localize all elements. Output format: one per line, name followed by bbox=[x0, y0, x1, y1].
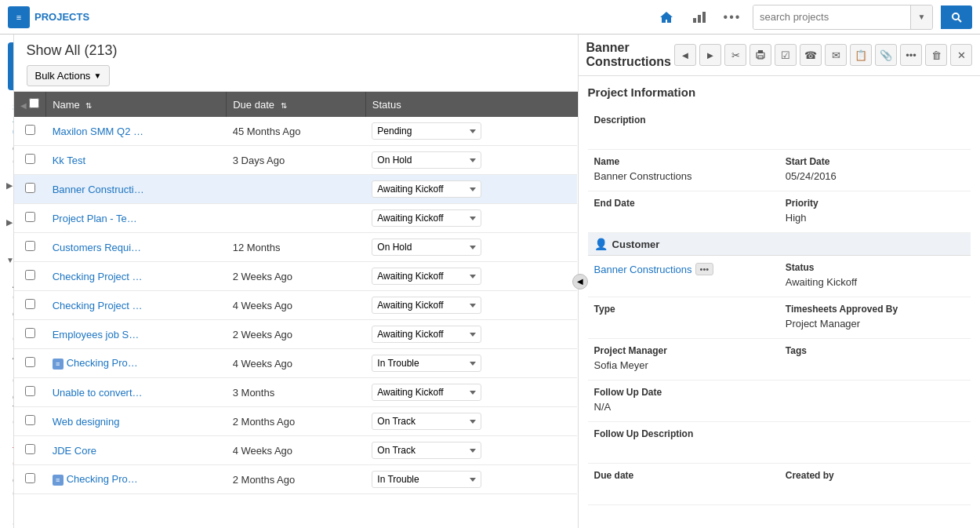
customer-more-button[interactable]: ••• bbox=[695, 263, 714, 275]
row-name[interactable]: Maxilon SMM Q2 … bbox=[46, 117, 227, 146]
search-dropdown-button[interactable]: ▼ bbox=[910, 5, 932, 29]
row-status[interactable]: PendingOn HoldAwaiting KickoffOn TrackIn… bbox=[365, 436, 577, 465]
sidebar-status-behind[interactable]: Behind Schedule (28) bbox=[0, 501, 14, 528]
nav-next-button[interactable]: ► bbox=[699, 44, 721, 66]
row-status-select[interactable]: PendingOn HoldAwaiting KickoffOn TrackIn… bbox=[372, 180, 481, 198]
sidebar-status-onhold[interactable]: On Hold (6) bbox=[0, 305, 14, 347]
end-date-label: End Date bbox=[594, 198, 773, 209]
due-date-column-header[interactable]: Due date ⇅ bbox=[227, 92, 366, 117]
row-status[interactable]: PendingOn HoldAwaiting KickoffOn TrackIn… bbox=[365, 349, 577, 378]
row-name[interactable]: Project Plan - Te… bbox=[46, 204, 227, 233]
sidebar-group-queue[interactable]: ▶ By Queue bbox=[0, 169, 14, 201]
document-button[interactable]: 📋 bbox=[850, 44, 872, 66]
row-name[interactable]: Banner Constructi… bbox=[46, 175, 227, 204]
row-name[interactable]: Checking Project … bbox=[46, 291, 227, 320]
row-checkbox[interactable] bbox=[25, 415, 35, 425]
sidebar-status-awaiting[interactable]: Awaiting Kic… (74) bbox=[0, 347, 14, 388]
start-date-value: 05/24/2016 bbox=[786, 170, 964, 184]
row-due-date bbox=[227, 175, 366, 204]
row-status[interactable]: PendingOn HoldAwaiting KickoffOn TrackIn… bbox=[365, 117, 577, 146]
search-container: ▼ bbox=[753, 5, 933, 30]
row-status[interactable]: PendingOn HoldAwaiting KickoffOn TrackIn… bbox=[365, 407, 577, 436]
check-button[interactable]: ☑ bbox=[775, 44, 797, 66]
collapse-panel-button[interactable]: ◀ bbox=[572, 274, 588, 289]
row-status-select[interactable]: PendingOn HoldAwaiting KickoffOn TrackIn… bbox=[372, 297, 481, 314]
close-button[interactable]: ✕ bbox=[950, 44, 972, 66]
row-status-select[interactable]: PendingOn HoldAwaiting KickoffOn TrackIn… bbox=[372, 384, 481, 401]
row-name[interactable]: Web designing bbox=[46, 407, 227, 436]
row-due-date: 12 Months bbox=[227, 233, 366, 262]
row-status-select[interactable]: PendingOn HoldAwaiting KickoffOn TrackIn… bbox=[372, 122, 481, 140]
row-status[interactable]: PendingOn HoldAwaiting KickoffOn TrackIn… bbox=[365, 175, 577, 204]
row-checkbox[interactable] bbox=[25, 241, 35, 251]
customer-link[interactable]: Banner Constructions bbox=[594, 264, 692, 275]
row-checkbox[interactable] bbox=[25, 328, 35, 338]
row-status-select[interactable]: PendingOn HoldAwaiting KickoffOn TrackIn… bbox=[372, 209, 481, 227]
row-status[interactable]: PendingOn HoldAwaiting KickoffOn TrackIn… bbox=[365, 320, 577, 349]
projects-table-scroll[interactable]: ◀ Name ⇅ Due date ⇅ bbox=[14, 92, 578, 494]
row-name[interactable]: Kk Test bbox=[46, 146, 227, 175]
row-status[interactable]: PendingOn HoldAwaiting KickoffOn TrackIn… bbox=[365, 262, 577, 291]
row-name[interactable]: Customers Requi… bbox=[46, 233, 227, 262]
search-input[interactable] bbox=[753, 5, 910, 29]
row-checkbox[interactable] bbox=[25, 212, 35, 222]
row-checkbox[interactable] bbox=[25, 183, 35, 193]
print-button[interactable] bbox=[750, 44, 771, 66]
row-name[interactable]: Employees job S… bbox=[46, 320, 227, 349]
row-status-select[interactable]: PendingOn HoldAwaiting KickoffOn TrackIn… bbox=[372, 239, 481, 256]
email-button[interactable]: ✉ bbox=[825, 44, 847, 66]
nav-prev-button[interactable]: ◄ bbox=[674, 44, 696, 66]
row-status-select[interactable]: PendingOn HoldAwaiting KickoffOn TrackIn… bbox=[372, 326, 481, 343]
name-column-header[interactable]: Name ⇅ bbox=[46, 92, 227, 117]
attach-button[interactable]: 📎 bbox=[875, 44, 897, 66]
sidebar-status-completed[interactable]: Completed (10) bbox=[0, 472, 14, 501]
row-checkbox[interactable] bbox=[25, 357, 35, 367]
row-status[interactable]: PendingOn HoldAwaiting KickoffOn TrackIn… bbox=[365, 291, 577, 320]
row-checkbox[interactable] bbox=[25, 154, 35, 164]
row-name[interactable]: JDE Core bbox=[46, 436, 227, 465]
row-status[interactable]: PendingOn HoldAwaiting KickoffOn TrackIn… bbox=[365, 233, 577, 262]
sidebar-group-follow-up[interactable]: ▶ To Follow Up bbox=[0, 201, 14, 244]
select-all-checkbox[interactable] bbox=[29, 98, 39, 108]
row-name[interactable]: ≡Checking Pro… bbox=[46, 349, 227, 378]
row-status[interactable]: PendingOn HoldAwaiting KickoffOn TrackIn… bbox=[365, 465, 577, 494]
row-status-select[interactable]: PendingOn HoldAwaiting KickoffOn TrackIn… bbox=[372, 268, 481, 285]
phone-button[interactable]: ☎ bbox=[800, 44, 822, 66]
create-project-button[interactable]: ⊕ Create a Project bbox=[8, 42, 14, 90]
row-name[interactable]: Unable to convert… bbox=[46, 378, 227, 407]
row-status[interactable]: PendingOn HoldAwaiting KickoffOn TrackIn… bbox=[365, 146, 577, 175]
row-status-select[interactable]: PendingOn HoldAwaiting KickoffOn TrackIn… bbox=[372, 413, 481, 430]
search-submit-button[interactable] bbox=[941, 5, 972, 29]
sidebar-status-all[interactable]: All (213) bbox=[0, 275, 14, 305]
status-value: Awaiting Kickoff bbox=[786, 276, 964, 290]
sidebar-overdue[interactable]: Overdue (175) bbox=[0, 140, 14, 169]
row-checkbox[interactable] bbox=[25, 125, 35, 135]
svg-rect-0 bbox=[693, 18, 696, 23]
sidebar-group-status[interactable]: ▼ By Status bbox=[0, 244, 14, 275]
row-name[interactable]: Checking Project … bbox=[46, 262, 227, 291]
description-value bbox=[594, 129, 964, 143]
sidebar-show-all[interactable]: Show All (213) bbox=[0, 98, 14, 140]
row-checkbox[interactable] bbox=[25, 299, 35, 309]
row-checkbox[interactable] bbox=[25, 444, 35, 454]
row-status[interactable]: PendingOn HoldAwaiting KickoffOn TrackIn… bbox=[365, 378, 577, 407]
home-button[interactable] bbox=[654, 5, 679, 30]
sidebar-status-introuble[interactable]: In Trouble (67) bbox=[0, 430, 14, 472]
delete-button[interactable]: 🗑 bbox=[925, 44, 947, 66]
bulk-actions-button[interactable]: Bulk Actions ▼ bbox=[27, 65, 111, 86]
row-checkbox[interactable] bbox=[25, 386, 35, 396]
row-checkbox[interactable] bbox=[25, 270, 35, 280]
row-status-select[interactable]: PendingOn HoldAwaiting KickoffOn TrackIn… bbox=[372, 442, 481, 459]
row-checkbox[interactable] bbox=[25, 473, 35, 483]
sidebar-status-ontrack[interactable]: On Track (24) bbox=[0, 388, 14, 430]
row-status-select[interactable]: PendingOn HoldAwaiting KickoffOn TrackIn… bbox=[372, 355, 481, 372]
more-button[interactable]: ••• bbox=[900, 44, 922, 66]
more-apps-button[interactable]: ••• bbox=[720, 5, 745, 30]
edit-button[interactable]: ✂ bbox=[724, 44, 746, 66]
row-status-select[interactable]: PendingOn HoldAwaiting KickoffOn TrackIn… bbox=[372, 471, 481, 488]
row-name[interactable]: ≡Checking Pro… bbox=[46, 465, 227, 494]
analytics-button[interactable] bbox=[687, 5, 712, 30]
row-status[interactable]: PendingOn HoldAwaiting KickoffOn TrackIn… bbox=[365, 204, 577, 233]
row-status-select[interactable]: PendingOn HoldAwaiting KickoffOn TrackIn… bbox=[372, 151, 481, 169]
status-column-header[interactable]: Status bbox=[365, 92, 577, 117]
